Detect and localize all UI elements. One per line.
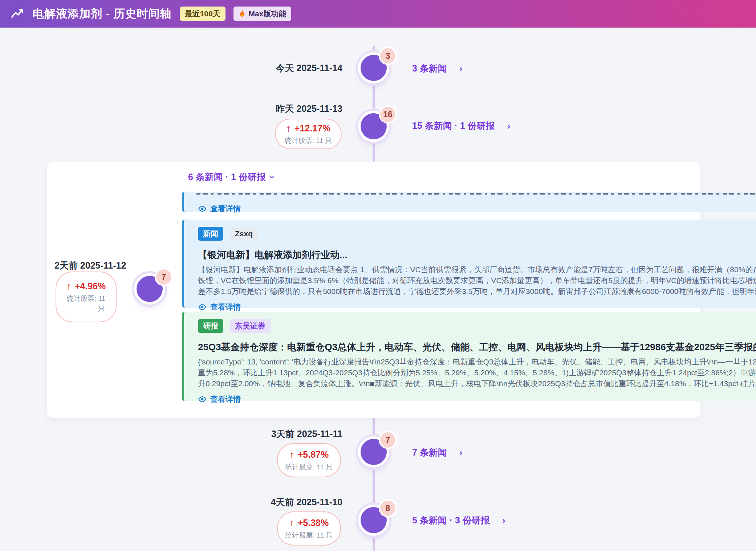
- change-percent: +4.96%: [75, 281, 106, 291]
- view-detail-label: 查看详情: [210, 204, 241, 214]
- count-badge: 3: [380, 48, 395, 64]
- chevron-down-icon: ›: [268, 176, 277, 179]
- divider: [46, 421, 756, 421]
- news-link-label: 7 条新闻: [412, 446, 447, 458]
- chevron-right-icon: ›: [507, 121, 511, 131]
- source-badge: Zsxq: [230, 228, 258, 240]
- divider: [46, 92, 756, 92]
- timeline-node-3days[interactable]: 7: [361, 439, 387, 465]
- report-card[interactable]: 研报 东吴证券 25Q3基金持仓深度：电新重仓Q3总体上升，电动车、光伏、储能、…: [182, 312, 756, 401]
- type-badge-report: 研报: [198, 319, 223, 333]
- divider: [46, 486, 756, 486]
- section-header-toggle[interactable]: 6 条新闻 · 1 份研报 ›: [188, 171, 274, 183]
- view-detail-link[interactable]: 查看详情: [198, 394, 756, 404]
- clipped-text-strip: [196, 193, 756, 195]
- up-arrow-icon: ↑: [286, 123, 291, 134]
- header: 电解液添加剂 - 历史时间轴 最近100天 Max版功能: [0, 0, 756, 28]
- stocks-count: 统计股票: 11 只: [285, 531, 333, 540]
- trend-chart-icon: [10, 7, 25, 21]
- news-link-today[interactable]: 3 条新闻 ›: [412, 62, 463, 74]
- count-badge: 7: [156, 269, 171, 285]
- news-card-clipped[interactable]: 查看详情: [182, 192, 756, 212]
- change-pill: ↑ +5.87% 统计股票: 11 只: [277, 443, 341, 477]
- up-arrow-icon: ↑: [66, 281, 71, 292]
- news-link-label: 15 条新闻 · 1 份研报: [412, 120, 495, 132]
- view-detail-link[interactable]: 查看详情: [198, 204, 241, 214]
- news-link-label: 3 条新闻: [412, 62, 447, 74]
- view-detail-link[interactable]: 查看详情: [198, 302, 756, 312]
- range-badge: 最近100天: [180, 7, 225, 21]
- news-title: 【银河电新】电解液添加剂行业动...: [198, 249, 756, 261]
- eye-icon: [198, 395, 207, 404]
- max-feature-label: Max版功能: [249, 9, 286, 19]
- report-body-line: 重为5.28%，环比上升1.13pct。2024Q3-2025Q3持仓比例分别为…: [198, 367, 756, 378]
- news-link-3days[interactable]: 7 条新闻 ›: [412, 446, 463, 458]
- chevron-right-icon: ›: [502, 516, 505, 525]
- eye-icon: [198, 204, 207, 213]
- change-pill: ↑ +12.17% 统计股票: 11 只: [275, 119, 342, 149]
- max-feature-badge: Max版功能: [233, 7, 292, 21]
- timeline-node-2days[interactable]: 7: [137, 276, 163, 302]
- timeline-date-yesterday: 昨天 2025-11-13: [218, 103, 342, 114]
- news-link-label: 5 条新闻 · 3 份研报: [412, 514, 490, 526]
- count-badge: 16: [380, 107, 395, 122]
- view-detail-label: 查看详情: [210, 394, 241, 404]
- change-pill: ↑ +5.38% 统计股票: 11 只: [277, 511, 341, 546]
- stocks-count: 统计股票: 11 只: [285, 462, 333, 472]
- change-percent: +5.38%: [298, 518, 329, 528]
- page-title: 电解液添加剂 - 历史时间轴: [33, 6, 172, 21]
- eye-icon: [198, 303, 207, 311]
- timeline-page: 电解液添加剂 - 历史时间轴 最近100天 Max版功能 今天 2025-11-…: [0, 0, 756, 551]
- change-pill: ↑ +4.96% 统计股票: 11 只: [56, 272, 117, 322]
- timeline-date-2days: 2天前 2025-11-12: [54, 260, 126, 272]
- stocks-count-unit: 只: [56, 304, 116, 314]
- report-body-line: 升0.29pct至2.00%，钠电池、复合集流体上涨。\r\n■新能源：光伏、风…: [198, 378, 756, 389]
- timeline-date-3days: 3天前 2025-11-11: [218, 428, 342, 439]
- change-percent: +12.17%: [294, 123, 330, 134]
- timeline-node-4days[interactable]: 8: [361, 507, 387, 533]
- count-badge: 7: [380, 432, 395, 448]
- stocks-count: 统计股票: 11: [67, 294, 105, 303]
- chevron-right-icon: ›: [459, 448, 463, 457]
- timeline-date-4days: 4天前 2025-11-10: [218, 497, 342, 507]
- chevron-right-icon: ›: [459, 64, 463, 73]
- flame-icon: [239, 9, 246, 18]
- up-arrow-icon: ↑: [289, 449, 294, 460]
- change-percent: +5.87%: [298, 449, 329, 460]
- count-badge: 8: [380, 501, 395, 516]
- news-body-line: 差不多1.5万吨是给宁德保供的，只有5000吨在市场进行流通，宁德也还要外采3.…: [198, 286, 756, 297]
- section-header-label: 6 条新闻 · 1 份研报: [188, 171, 266, 183]
- news-body-line: 铁锂，VC在铁锂里面的添加量是3.5%-6%（特别是储能，对循环充放电次数要求更…: [198, 275, 756, 286]
- report-title: 25Q3基金持仓深度：电新重仓Q3总体上升，电动车、光伏、储能、工控、电网、风电…: [198, 341, 756, 354]
- view-detail-label: 查看详情: [210, 302, 241, 312]
- news-body-line: 【银河电新】电解液添加剂行业动态电话会要点 1、供需情况：VC当前供需很紧，头部…: [198, 264, 756, 275]
- type-badge-news: 新闻: [198, 227, 223, 241]
- expanded-day-card: 6 条新闻 · 1 份研报 › 2天前 2025-11-12 ↑ +4.96% …: [47, 162, 700, 418]
- news-card[interactable]: 新闻 Zsxq 【银河电新】电解液添加剂行业动... 【银河电新】电解液添加剂行…: [182, 220, 756, 308]
- timeline-date-today: 今天 2025-11-14: [218, 62, 342, 73]
- report-body-line: {'sourceType': 13, 'content': '电力设备行业深度报…: [198, 356, 756, 367]
- stocks-count: 统计股票: 11 只: [285, 136, 332, 146]
- news-link-yesterday[interactable]: 15 条新闻 · 1 份研报 ›: [412, 120, 511, 132]
- up-arrow-icon: ↑: [289, 517, 294, 528]
- source-badge: 东吴证券: [230, 319, 271, 333]
- timeline-node-today[interactable]: 3: [361, 55, 387, 81]
- timeline-node-yesterday[interactable]: 16: [361, 113, 387, 139]
- news-link-4days[interactable]: 5 条新闻 · 3 份研报 ›: [412, 514, 505, 526]
